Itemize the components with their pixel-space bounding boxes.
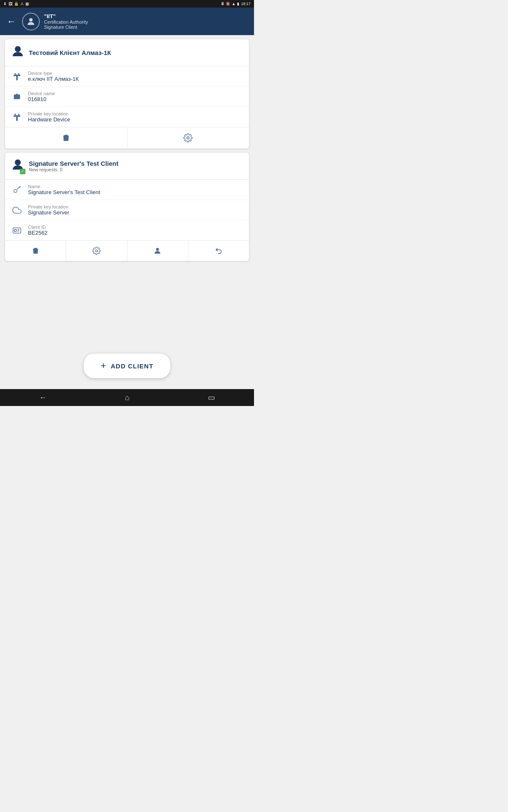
- svg-rect-7: [14, 94, 20, 99]
- card1-device-name-value: 016810: [28, 96, 55, 102]
- nav-recent-button[interactable]: ▭: [208, 393, 215, 402]
- header-avatar: [22, 13, 40, 30]
- svg-rect-10: [16, 93, 18, 94]
- add-client-container: + ADD CLIENT: [0, 347, 254, 385]
- app-subtitle-1: Certification Authority: [44, 19, 88, 25]
- card2-key-location-value: Signature Server: [28, 209, 69, 216]
- image-icon: 🖼: [8, 2, 12, 6]
- card2-name-label: Name: [28, 184, 100, 189]
- usb-icon-2: [11, 112, 23, 122]
- card1-key-location-content: Private key location Hardware Device: [28, 111, 70, 123]
- card1-row-device-type: Device type е.ключ IIT Алмаз-1К: [5, 66, 249, 87]
- download-icon: ⬇: [3, 2, 7, 6]
- card2-settings-button[interactable]: [66, 241, 127, 261]
- nav-home-button[interactable]: ⌂: [125, 393, 130, 402]
- svg-point-6: [16, 79, 18, 80]
- card1-device-name-content: Device name 016810: [28, 91, 55, 102]
- svg-rect-2: [14, 74, 21, 76]
- card1-device-name-label: Device name: [28, 91, 55, 96]
- time: 18:17: [241, 2, 251, 6]
- card2-row-key-location: Private key location Signature Server: [5, 200, 249, 220]
- svg-point-18: [187, 137, 190, 139]
- card1-header: Тестовий Клієнт Алмаз-1К: [5, 39, 249, 66]
- card1-avatar-icon: [11, 44, 25, 61]
- card2-body: Name Signature Server's Test Client Priv…: [5, 180, 249, 240]
- svg-rect-14: [16, 117, 18, 120]
- card1-row-key-location: Private key location Hardware Device: [5, 107, 249, 127]
- add-client-label: ADD CLIENT: [111, 362, 154, 370]
- nav-back-button[interactable]: ←: [39, 393, 47, 402]
- svg-point-22: [14, 229, 17, 232]
- svg-point-24: [156, 248, 159, 251]
- card2-header: ✓ Signature Server's Test Client New req…: [5, 153, 249, 180]
- card1-settings-button[interactable]: [127, 127, 249, 148]
- card1-key-location-value: Hardware Device: [28, 116, 70, 123]
- card2-user-button[interactable]: [127, 241, 188, 261]
- warning-icon: ⚠: [20, 2, 24, 6]
- svg-rect-13: [18, 113, 19, 115]
- device-icon: [11, 92, 23, 102]
- card1-delete-button[interactable]: [5, 127, 127, 148]
- card1-body: Device type е.ключ IIT Алмаз-1К Device n…: [5, 66, 249, 127]
- usb-icon-1: [11, 72, 23, 81]
- card1-row-device-name: Device name 016810: [5, 87, 249, 107]
- svg-rect-5: [16, 76, 18, 79]
- card2-client-id-label: Client ID: [28, 225, 47, 230]
- card2-client-id-content: Client ID BE2562: [28, 225, 47, 236]
- bars-icon: ▦: [25, 2, 29, 6]
- svg-rect-4: [18, 73, 19, 74]
- svg-point-1: [15, 46, 21, 52]
- cloud-icon: [11, 206, 23, 215]
- status-bar: ⬇ 🖼 🔒 ⚠ ▦ Ƀ 🔇 ▲ ▮ 18:17: [0, 0, 254, 8]
- card2-client-id-value: BE2562: [28, 230, 47, 236]
- status-icons-left: ⬇ 🖼 🔒 ⚠ ▦: [3, 2, 29, 6]
- bottom-nav: ← ⌂ ▭: [0, 389, 254, 406]
- card2-reply-button[interactable]: [188, 241, 249, 261]
- app-subtitle-2: Signature Client: [44, 25, 88, 30]
- svg-point-15: [16, 119, 18, 121]
- svg-rect-8: [15, 96, 19, 96]
- svg-point-23: [95, 250, 97, 252]
- lock-icon: 🔒: [14, 2, 19, 6]
- card1-title: Тестовий Клієнт Алмаз-1К: [29, 49, 111, 56]
- header-text: "IIT" Certification Authority Signature …: [44, 13, 88, 30]
- bluetooth-icon: Ƀ: [221, 2, 224, 6]
- card2-name-value: Signature Server's Test Client: [28, 189, 100, 195]
- card2-title: Signature Server's Test Client: [29, 160, 119, 167]
- add-plus-icon: +: [101, 360, 107, 371]
- card2-key-location-label: Private key location: [28, 204, 69, 209]
- svg-rect-11: [14, 115, 21, 117]
- id-icon: [11, 226, 23, 235]
- status-icons-right: Ƀ 🔇 ▲ ▮ 18:17: [221, 2, 251, 6]
- card2-delete-button[interactable]: [5, 241, 66, 261]
- app-header: ← "IIT" Certification Authority Signatur…: [0, 8, 254, 35]
- card1-device-type-content: Device type е.ключ IIT Алмаз-1К: [28, 71, 79, 82]
- back-button[interactable]: ←: [5, 14, 18, 29]
- card1-title-wrap: Тестовий Клієнт Алмаз-1К: [29, 49, 111, 56]
- card1-device-type-value: е.ключ IIT Алмаз-1К: [28, 76, 79, 82]
- card2-name-content: Name Signature Server's Test Client: [28, 184, 100, 195]
- svg-point-0: [29, 18, 33, 22]
- svg-point-20: [14, 189, 17, 192]
- card1-device-type-label: Device type: [28, 71, 79, 76]
- client-card-1: Тестовий Клієнт Алмаз-1К Device type: [5, 39, 249, 148]
- card2-row-name: Name Signature Server's Test Client: [5, 180, 249, 200]
- card1-actions: [5, 127, 249, 148]
- key-icon: [11, 185, 23, 195]
- card2-actions: [5, 240, 249, 261]
- svg-point-19: [15, 159, 21, 165]
- card1-key-location-label: Private key location: [28, 111, 70, 116]
- mute-icon: 🔇: [226, 2, 230, 6]
- svg-rect-9: [15, 97, 17, 98]
- card2-avatar-icon: ✓: [11, 158, 25, 174]
- wifi-icon: ▲: [232, 2, 236, 6]
- add-client-button[interactable]: + ADD CLIENT: [84, 354, 171, 378]
- main-content: Тестовий Клієнт Алмаз-1К Device type: [0, 35, 254, 389]
- svg-rect-12: [15, 113, 16, 115]
- card2-row-client-id: Client ID BE2562: [5, 220, 249, 240]
- client-card-2: ✓ Signature Server's Test Client New req…: [5, 153, 249, 261]
- battery-icon: ▮: [237, 2, 239, 6]
- app-name: "IIT": [44, 13, 88, 19]
- card2-title-wrap: Signature Server's Test Client New reque…: [29, 160, 119, 172]
- card2-subtitle: New requests: 0: [29, 167, 119, 172]
